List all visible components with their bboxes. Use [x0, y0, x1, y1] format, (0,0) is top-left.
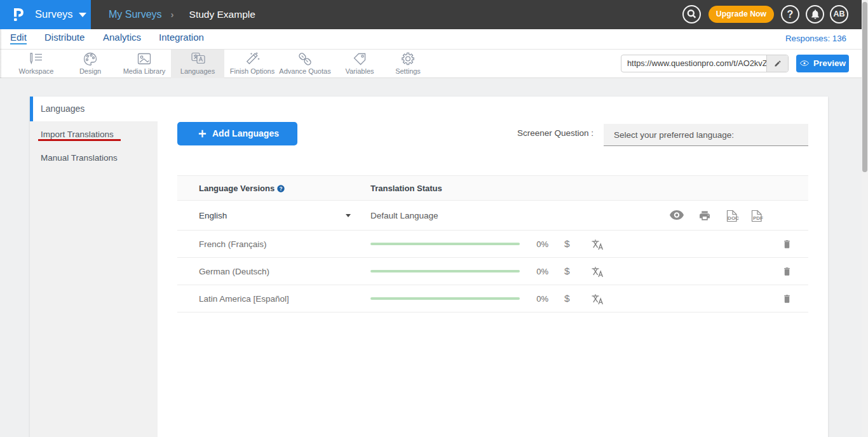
- svg-text:?: ?: [279, 185, 282, 192]
- svg-text:PDF: PDF: [753, 215, 763, 221]
- svg-text:DOC: DOC: [728, 215, 739, 221]
